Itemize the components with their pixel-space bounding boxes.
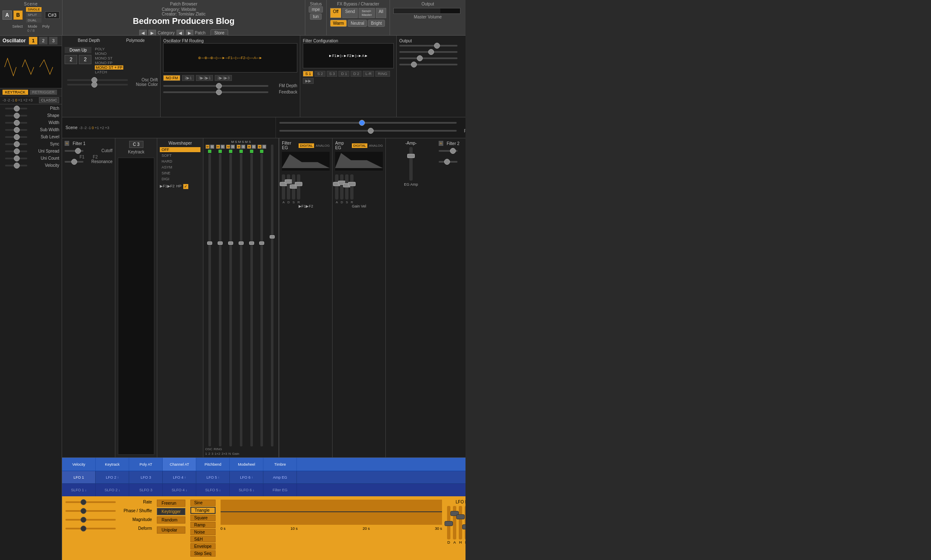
shape-track[interactable] bbox=[5, 115, 27, 117]
wf-step-seq[interactable]: Step Seq bbox=[190, 550, 216, 557]
poly-mode-mono-fp[interactable]: MONO FP bbox=[95, 61, 123, 65]
poly-mode-poly[interactable]: POLY bbox=[95, 47, 123, 51]
mx-ch3-m[interactable]: M bbox=[226, 145, 230, 149]
ws-hard[interactable]: HARD bbox=[160, 159, 200, 164]
fx2-send-slider[interactable] bbox=[399, 64, 458, 65]
amp-eg-a-track[interactable] bbox=[335, 174, 338, 200]
fm-2-1-3[interactable]: 2▶1▶3 bbox=[215, 75, 232, 81]
osc-drift-track[interactable] bbox=[67, 79, 128, 81]
scene-portamento-track[interactable] bbox=[279, 130, 457, 132]
noise-color-thumb[interactable] bbox=[91, 82, 97, 88]
poly-mode-mono-st[interactable]: MONO ST bbox=[95, 56, 123, 60]
width-thumb[interactable] bbox=[14, 120, 20, 126]
feedback-slider[interactable] bbox=[163, 91, 268, 93]
lfo-random[interactable]: Random bbox=[157, 516, 185, 524]
lfo-unipolar[interactable]: Unipolar bbox=[157, 526, 185, 534]
fader-n[interactable] bbox=[260, 154, 263, 446]
sub-level-track[interactable] bbox=[5, 136, 27, 138]
lfo4-item[interactable]: LFO 4 ↓ bbox=[163, 471, 196, 483]
fader-1x2[interactable] bbox=[240, 154, 242, 446]
fader-ch2[interactable] bbox=[219, 154, 221, 446]
fader-thumb-ch2[interactable] bbox=[218, 241, 223, 245]
mode-dual[interactable]: DUAL bbox=[26, 18, 42, 23]
mod-timbre[interactable]: Timbre bbox=[263, 458, 297, 471]
fader-2x3[interactable] bbox=[250, 154, 253, 446]
pan-slider[interactable] bbox=[399, 51, 458, 53]
fc-arrow[interactable]: ▶▶ bbox=[303, 78, 314, 84]
amp-eg-r-track[interactable] bbox=[350, 174, 354, 200]
slfo1-item[interactable]: SLFO 1 ↓ bbox=[62, 484, 96, 496]
slfo4-item[interactable]: SLFO 4 ↓ bbox=[163, 484, 196, 496]
fx-send-master-btn[interactable]: Send+ Master bbox=[359, 8, 374, 18]
filter2-cutoff-thumb[interactable] bbox=[450, 148, 456, 154]
pan-thumb[interactable] bbox=[428, 49, 434, 55]
filter-eg-r-thumb[interactable] bbox=[295, 182, 302, 186]
fm-no-fm[interactable]: NO FM bbox=[163, 75, 180, 81]
width-track[interactable] bbox=[5, 122, 27, 124]
fc-s1[interactable]: S 1 bbox=[303, 71, 314, 77]
uni-spread-thumb[interactable] bbox=[14, 148, 20, 154]
lfo2-item[interactable]: LFO 2 ↓ bbox=[96, 471, 129, 483]
amp-eg-r-thumb[interactable] bbox=[348, 182, 356, 186]
mod-velocity[interactable]: Velocity bbox=[62, 458, 96, 471]
btn-a[interactable]: A bbox=[3, 10, 12, 20]
poly-mode-mono-st-fp[interactable]: MONO ST + FP bbox=[95, 65, 123, 70]
bend-val-1[interactable]: 2 bbox=[65, 55, 77, 64]
slfo3-item[interactable]: SLFO 3 bbox=[129, 484, 163, 496]
sub-width-thumb[interactable] bbox=[14, 127, 20, 133]
filter-eg-s-track[interactable] bbox=[292, 174, 295, 200]
mx-ch1-s[interactable]: S bbox=[210, 145, 214, 149]
pitch-track[interactable] bbox=[5, 108, 27, 109]
fx1-send-slider[interactable] bbox=[399, 57, 458, 59]
fc-s2[interactable]: S 2 bbox=[315, 71, 325, 77]
deform-track[interactable] bbox=[65, 528, 116, 529]
sync-track[interactable] bbox=[5, 143, 27, 145]
lfo6-item[interactable]: LFO 6 ↓ bbox=[230, 471, 263, 483]
fm-2-1[interactable]: 2▶1 bbox=[182, 75, 194, 81]
sub-level-thumb[interactable] bbox=[14, 134, 20, 140]
sub-width-track[interactable] bbox=[5, 129, 27, 131]
velocity-thumb[interactable] bbox=[14, 163, 20, 169]
fx1-send-thumb[interactable] bbox=[417, 55, 423, 61]
ws-asym[interactable]: ASYM bbox=[160, 165, 200, 170]
scene-pitch-thumb[interactable] bbox=[359, 120, 365, 126]
osc-num-2[interactable]: 2 bbox=[39, 37, 47, 44]
rate-track[interactable] bbox=[65, 501, 116, 503]
phase-track[interactable] bbox=[65, 510, 116, 512]
bend-val-2[interactable]: 2 bbox=[79, 55, 91, 64]
slfo5-item[interactable]: SLFO 5 ↓ bbox=[196, 484, 230, 496]
mx-n-m[interactable]: M bbox=[257, 145, 262, 149]
filter-eg-route[interactable]: ▶F1▶F2 bbox=[282, 204, 330, 208]
fader-thumb-ch3[interactable] bbox=[228, 241, 233, 245]
lfo-keytrigger[interactable]: Keytrigger bbox=[157, 508, 185, 515]
retrigger-btn[interactable]: RETRIGGER bbox=[30, 90, 57, 95]
fx2-send-thumb[interactable] bbox=[411, 62, 417, 67]
status-tun[interactable]: tun bbox=[310, 13, 322, 20]
filter1-resonance-thumb[interactable] bbox=[71, 159, 77, 165]
feedback-thumb[interactable] bbox=[216, 89, 222, 95]
bright-btn[interactable]: Bright bbox=[368, 20, 385, 27]
pitch-thumb[interactable] bbox=[14, 106, 20, 111]
filter-eg-item[interactable]: Filter EG bbox=[263, 484, 297, 496]
fx-off-btn[interactable]: Off bbox=[330, 8, 341, 18]
wf-envelope[interactable]: Envelope bbox=[190, 543, 216, 550]
mx-ch2-s[interactable]: S bbox=[221, 145, 225, 149]
fm-depth-slider[interactable] bbox=[163, 85, 268, 87]
filter2-resonance-slider[interactable] bbox=[439, 161, 458, 163]
poly-mode-mono[interactable]: MONO bbox=[95, 52, 123, 56]
mx-2x3-m[interactable]: M bbox=[247, 145, 251, 149]
lfo-eg-d1-thumb[interactable] bbox=[445, 521, 453, 526]
deform-thumb[interactable] bbox=[81, 526, 86, 531]
fx-send-btn[interactable]: Send bbox=[342, 8, 358, 18]
mod-keytrack[interactable]: Keytrack bbox=[96, 458, 129, 471]
rate-thumb[interactable] bbox=[81, 499, 86, 505]
wf-sine[interactable]: Sine bbox=[190, 500, 216, 506]
filter-eg-a-track[interactable] bbox=[282, 174, 285, 200]
fader-ch3[interactable] bbox=[229, 154, 232, 446]
lfo5-item[interactable]: LFO 5 ↓ bbox=[196, 471, 230, 483]
classic-btn[interactable]: CLASSIC bbox=[39, 97, 60, 103]
neutral-btn[interactable]: Neutral bbox=[348, 20, 367, 27]
fc-d2[interactable]: D 2 bbox=[351, 71, 361, 77]
uni-count-track[interactable] bbox=[5, 158, 27, 159]
keytrack-btn[interactable]: KEYTRACK bbox=[3, 90, 28, 95]
